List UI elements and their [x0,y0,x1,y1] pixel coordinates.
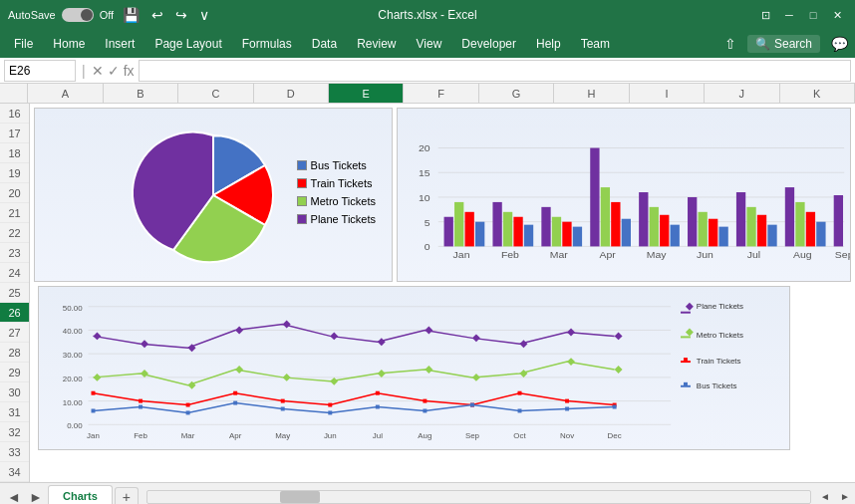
svg-text:May: May [275,431,290,440]
row-17[interactable]: 17 [0,124,29,143]
legend-metro-label: Metro Tickets [311,195,376,207]
col-B[interactable]: B [104,84,178,103]
row-24[interactable]: 24 [0,263,29,283]
menu-team[interactable]: Team [571,33,620,55]
autosave-knob [81,9,93,21]
add-sheet-button[interactable]: + [115,487,139,505]
insert-function-icon[interactable]: fx [124,63,135,79]
select-all[interactable] [0,84,28,103]
svg-rect-97 [518,391,522,395]
row-18[interactable]: 18 [0,143,29,163]
col-E[interactable]: E [329,84,404,103]
row-23[interactable]: 23 [0,243,29,263]
col-G[interactable]: G [479,84,554,103]
horizontal-scrollbar[interactable] [146,490,811,504]
svg-text:0.00: 0.00 [67,421,83,430]
scrollbar-thumb[interactable] [280,491,320,503]
menu-home[interactable]: Home [43,33,95,55]
col-D[interactable]: D [254,84,329,103]
col-F[interactable]: F [404,84,478,103]
row-30[interactable]: 30 [0,382,29,402]
svg-marker-80 [283,374,291,381]
scroll-right-button[interactable]: ► [26,487,46,505]
svg-text:May: May [647,250,667,260]
row-25[interactable]: 25 [0,283,29,303]
undo-button[interactable]: ↩ [148,5,166,25]
menu-formulas[interactable]: Formulas [232,33,302,55]
sheet-tab-charts[interactable]: Charts [48,485,113,504]
redo-button[interactable]: ↪ [172,5,190,25]
row-19[interactable]: 19 [0,163,29,183]
svg-marker-86 [567,358,575,366]
legend-plane-color [297,214,307,224]
svg-text:Mar: Mar [550,250,569,260]
svg-rect-93 [328,403,332,407]
row-31[interactable]: 31 [0,402,29,422]
share-button[interactable]: ⇧ [721,34,739,54]
minimize-button[interactable]: ─ [779,5,799,25]
row-29[interactable]: 29 [0,363,29,382]
bar-chart: 0 5 10 15 20 [397,108,851,282]
svg-rect-39 [795,202,804,246]
row-20[interactable]: 20 [0,183,29,203]
svg-rect-42 [834,195,843,246]
svg-rect-14 [492,202,501,246]
menu-review[interactable]: Review [347,33,406,55]
svg-marker-128 [686,328,694,336]
cell-reference[interactable]: E26 [4,60,76,82]
row-26[interactable]: 26 [0,303,29,323]
col-I[interactable]: I [630,84,705,103]
row-16[interactable]: 16 [0,104,29,124]
save-button[interactable]: 💾 [120,5,142,25]
svg-rect-106 [376,405,380,409]
menu-view[interactable]: View [407,33,452,55]
more-options-button[interactable]: ⊡ [755,5,775,25]
comment-button[interactable]: 💬 [828,34,851,54]
svg-rect-105 [328,410,332,414]
row-33[interactable]: 33 [0,442,29,462]
scroll-left-h-button[interactable]: ◄ [815,487,835,505]
menu-page-layout[interactable]: Page Layout [144,33,231,55]
scroll-right-h-button[interactable]: ► [835,487,855,505]
svg-rect-18 [541,207,550,247]
legend-plane: Plane Tickets [297,213,376,225]
menu-file[interactable]: File [4,33,43,55]
col-C[interactable]: C [178,84,253,103]
svg-rect-13 [475,222,484,247]
row-27[interactable]: 27 [0,323,29,343]
col-A[interactable]: A [28,84,103,103]
svg-marker-64 [93,332,101,340]
formula-input[interactable] [139,60,851,82]
row-28[interactable]: 28 [0,343,29,363]
confirm-formula-icon[interactable]: ✓ [108,63,120,79]
svg-rect-21 [573,227,582,247]
autosave-state: Off [100,9,114,21]
svg-rect-30 [688,197,697,246]
more-button[interactable]: ∨ [196,5,212,25]
menu-insert[interactable]: Insert [95,33,144,55]
svg-rect-34 [736,192,745,246]
menu-data[interactable]: Data [302,33,347,55]
search-box[interactable]: 🔍 Search [747,35,820,53]
row-34[interactable]: 34 [0,462,29,482]
col-J[interactable]: J [705,84,779,103]
row-32[interactable]: 32 [0,422,29,442]
autosave-toggle[interactable] [62,8,94,22]
svg-text:Apr: Apr [600,250,617,260]
col-H[interactable]: H [554,84,629,103]
svg-text:15: 15 [419,168,430,178]
scroll-left-button[interactable]: ◄ [4,487,24,505]
cancel-formula-icon[interactable]: ✕ [92,63,104,79]
row-22[interactable]: 22 [0,223,29,243]
close-button[interactable]: ✕ [827,5,847,25]
row-21[interactable]: 21 [0,203,29,223]
menu-help[interactable]: Help [526,33,571,55]
svg-marker-83 [425,366,432,374]
svg-rect-26 [639,192,648,246]
svg-rect-110 [565,407,569,411]
menu-developer[interactable]: Developer [451,33,526,55]
svg-marker-69 [330,332,338,340]
col-K[interactable]: K [780,84,855,103]
maximize-button[interactable]: □ [803,5,823,25]
legend-bus: Bus Tickets [297,159,376,171]
